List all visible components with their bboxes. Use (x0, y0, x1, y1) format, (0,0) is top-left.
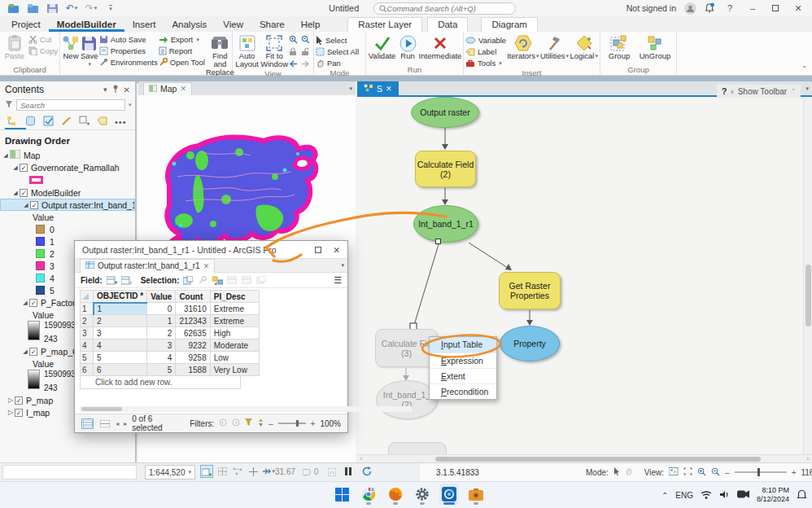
legend-class-0[interactable]: 0 (0, 223, 135, 235)
tree-item-modelbuilder[interactable]: ◢✓ ModelBuilder (0, 186, 135, 199)
panel-menu-chevron-icon[interactable]: ▾ (103, 85, 107, 94)
zoom-minus[interactable]: – (725, 468, 730, 477)
node-output-raster[interactable]: Output raster (411, 97, 479, 128)
scroll-right-arrow[interactable]: › (804, 456, 812, 462)
layer-checkbox[interactable]: ✓ (15, 396, 23, 405)
zoom-plus[interactable]: + (792, 468, 797, 477)
class-color-swatch[interactable] (36, 286, 45, 295)
select-by-attributes-icon[interactable] (183, 276, 194, 285)
new-model-button[interactable]: New (62, 33, 80, 60)
notification-bell-icon[interactable] (797, 489, 807, 501)
zoom-out-table[interactable]: – (268, 419, 273, 428)
maximize-window-icon[interactable] (315, 247, 321, 253)
notifications-bell-icon[interactable] (705, 2, 714, 15)
auto-save-button[interactable]: Auto Save (99, 34, 158, 45)
node-int-band-1-r1[interactable]: Int_band_1_r1 (413, 205, 478, 243)
view-fit-icon[interactable] (683, 467, 692, 477)
volume-icon[interactable] (719, 490, 730, 501)
node-partial-bottom[interactable] (388, 442, 447, 454)
iterators-button[interactable]: Iterators▾ (507, 33, 539, 60)
environments-button[interactable]: Environments (99, 57, 158, 68)
diagram-zoom-level[interactable]: 116% (801, 468, 812, 477)
more-options-icon[interactable]: ••• (115, 117, 127, 127)
wifi-icon[interactable] (701, 490, 712, 501)
governorate-symbol[interactable] (0, 173, 135, 186)
add-new-row[interactable]: Click to add new row. (80, 376, 241, 389)
firefox-icon[interactable] (386, 484, 405, 505)
video-capture-icon[interactable] (737, 490, 749, 500)
tab-raster-layer[interactable]: Raster Layer (347, 17, 422, 32)
class-color-swatch[interactable] (36, 237, 45, 246)
forward-arrow-icon[interactable] (301, 59, 312, 69)
ungroup-button[interactable]: UnGroup (637, 33, 673, 60)
tab-view[interactable]: View (215, 18, 251, 32)
corner-cell[interactable] (81, 291, 94, 303)
table-window-titlebar[interactable]: Output raster:Int_band_1_r1 - Untitled -… (75, 241, 347, 258)
fit-to-window-button[interactable]: Fit to Window (260, 33, 288, 68)
open-tool-button[interactable]: Open Tool (159, 57, 205, 68)
class-color-swatch[interactable] (36, 261, 45, 270)
tab-diagram[interactable]: Diagram (481, 17, 537, 32)
tab-list-chevron[interactable]: ▾ (341, 262, 347, 269)
run-button[interactable]: Run (397, 33, 418, 60)
scroll-left-arrow[interactable]: ‹ (357, 456, 365, 462)
unlock-icon[interactable] (301, 47, 312, 58)
save-project-icon[interactable] (46, 2, 59, 14)
lock-icon[interactable] (289, 47, 299, 58)
node-property[interactable]: Property (500, 326, 560, 361)
panel-close-icon[interactable]: ✕ (124, 85, 130, 94)
tab-data[interactable]: Data (427, 17, 468, 32)
col-count[interactable]: Count (176, 291, 210, 303)
layer-checkbox[interactable]: ✓ (20, 164, 28, 172)
filter-icon[interactable] (245, 418, 253, 428)
intermediate-button[interactable]: Intermediate (419, 33, 461, 60)
close-button[interactable]: ✕ (791, 3, 805, 14)
tab-modelbuilder[interactable]: ModelBuilder (49, 18, 124, 32)
tree-item-map[interactable]: ◢ Map (0, 149, 135, 161)
add-field-icon[interactable] (107, 276, 117, 285)
class-color-swatch[interactable] (36, 274, 45, 282)
sign-in-status[interactable]: Not signed in (626, 3, 676, 13)
list-by-drawing-order-icon[interactable] (7, 116, 18, 128)
diagram-zoom-slider[interactable] (735, 471, 787, 473)
view-diagram-icon[interactable] (669, 467, 679, 477)
list-by-source-icon[interactable] (25, 116, 36, 128)
flow-direction-icon[interactable]: ▾ (262, 465, 275, 478)
tree-item-governorate[interactable]: ◢✓ Governorate_Ramallah (0, 161, 135, 173)
maximize-button[interactable] (768, 3, 783, 13)
switch-selection-icon[interactable] (212, 276, 223, 285)
col-pi-desc[interactable]: PI_Desc (210, 291, 259, 303)
taskbar-clock[interactable]: 8:10 PM 8/12/2024 (757, 486, 789, 504)
layout-statusbar-icon[interactable] (325, 466, 338, 479)
list-by-editing-icon[interactable] (61, 116, 72, 128)
tab-list-chevron[interactable]: ▾ (805, 85, 812, 92)
table-row[interactable]: 2 2 1 212343 Extreme (81, 315, 260, 327)
layer-checkbox[interactable]: ✓ (30, 201, 38, 209)
table-view-button[interactable] (81, 418, 94, 429)
crosshair-statusbar-icon[interactable] (247, 465, 260, 478)
menu-item-extent[interactable]: Extent (430, 368, 496, 383)
form-view-button[interactable] (98, 418, 111, 429)
scrollbar-thumb[interactable] (435, 457, 761, 462)
table-menu-icon[interactable]: ☰ (334, 275, 342, 286)
pin-icon[interactable] (112, 85, 119, 94)
rotation-readout[interactable]: 31.67 (275, 467, 295, 476)
contents-search-input[interactable] (16, 99, 125, 111)
account-avatar[interactable] (684, 2, 696, 15)
diagram-view-tab[interactable]: S ✕ (357, 81, 399, 95)
close-window-icon[interactable]: ✕ (333, 245, 340, 255)
pause-drawing-button[interactable] (345, 467, 351, 475)
export-button[interactable]: Export▾ (159, 34, 205, 45)
map-view-tab[interactable]: Map ✕ (143, 82, 192, 95)
minimize-button[interactable]: – (745, 3, 760, 13)
copy-rows-icon[interactable] (256, 276, 267, 285)
open-project-icon[interactable] (7, 2, 20, 14)
close-tab-icon[interactable]: ✕ (386, 85, 392, 93)
diagram-vertical-scrollbar[interactable] (803, 97, 812, 454)
mode-pan-icon[interactable] (625, 467, 633, 477)
menu-item-expression[interactable]: Expression (430, 353, 496, 368)
save-model-button[interactable]: Save▾ (81, 33, 98, 68)
slider-thumb[interactable] (757, 468, 760, 476)
notification-count[interactable]: 0 (303, 467, 319, 476)
node-calculate-field-2[interactable]: Calculate Field(2) (415, 151, 476, 187)
